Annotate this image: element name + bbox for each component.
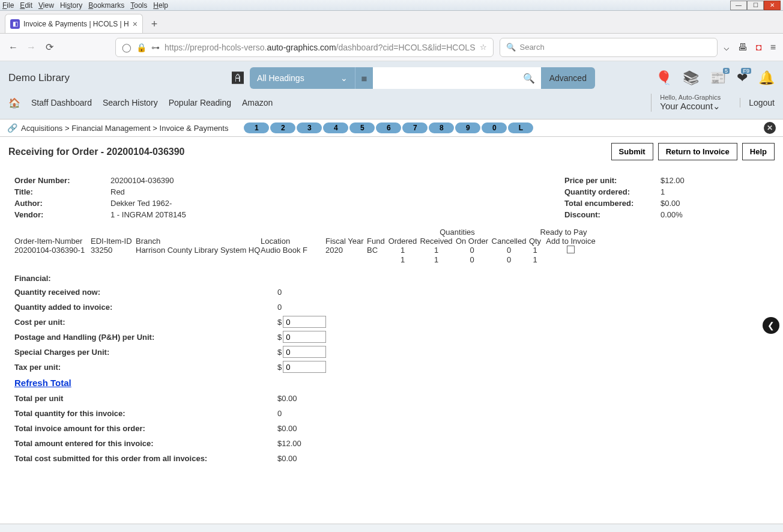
cell-order: 20200104-036390-1	[14, 246, 91, 255]
page-title: Receiving for Order - 20200104-036390	[8, 147, 185, 157]
permissions-icon: ⊶	[151, 43, 160, 52]
database-icon[interactable]: ≣	[355, 67, 373, 89]
label-cost-unit: Cost per unit:	[14, 318, 277, 327]
pocket-icon[interactable]: ◘	[756, 42, 762, 53]
cell-cancelled: 0	[490, 255, 528, 264]
cell-loc	[261, 255, 325, 264]
pill-4[interactable]: 4	[323, 122, 348, 133]
cell-loc: Audio Book F	[261, 246, 325, 255]
pill-3[interactable]: 3	[297, 122, 322, 133]
nav-search-history[interactable]: Search History	[103, 98, 158, 107]
value-title: Red	[110, 187, 125, 196]
nav-popular-reading[interactable]: Popular Reading	[169, 98, 231, 107]
cost-per-unit-input[interactable]	[283, 316, 326, 328]
translate-icon[interactable]: 🅰	[232, 71, 244, 85]
advanced-search-button[interactable]: Advanced	[541, 67, 595, 89]
financial-section: Financial: Quantity received now:0 Quant…	[0, 267, 783, 474]
menu-help[interactable]: Help	[153, 1, 168, 10]
favorites-icon[interactable]: ❤F9	[737, 70, 748, 86]
side-drawer-toggle[interactable]: ❮	[763, 317, 779, 334]
page-header: Receiving for Order - 20200104-036390 Su…	[0, 137, 783, 166]
cell-branch	[136, 255, 261, 264]
reload-button[interactable]: ⟳	[43, 41, 55, 53]
back-button[interactable]: ←	[7, 42, 19, 53]
table-row: 1 1 0 0 1	[14, 255, 769, 264]
pill-2[interactable]: 2	[270, 122, 295, 133]
browser-search[interactable]: 🔍 Search	[500, 38, 718, 57]
window-close[interactable]: ✕	[764, 1, 781, 10]
menu-edit[interactable]: Edit	[20, 1, 32, 10]
search-placeholder: Search	[519, 43, 544, 52]
pill-8[interactable]: 8	[429, 122, 454, 133]
pill-0[interactable]: 0	[482, 122, 507, 133]
balloon-icon[interactable]: 🎈	[656, 70, 672, 86]
pill-L[interactable]: L	[508, 122, 533, 133]
nav-staff-dashboard[interactable]: Staff Dashboard	[31, 98, 92, 107]
news-icon[interactable]: 📰5	[710, 70, 726, 86]
pill-6[interactable]: 6	[376, 122, 401, 133]
col-order: Order-Item-Number	[14, 237, 91, 246]
label-author: Author:	[14, 199, 110, 208]
window-maximize[interactable]: ☐	[747, 1, 764, 10]
logout-link[interactable]: Logout	[740, 98, 775, 107]
return-invoice-button[interactable]: Return to Invoice	[658, 143, 737, 160]
catalog-search-input[interactable]	[373, 67, 517, 89]
label-qty-received: Quantity received now:	[14, 288, 277, 297]
line-items-table: Quantities Ready to Pay Order-Item-Numbe…	[0, 225, 783, 267]
pill-5[interactable]: 5	[349, 122, 375, 133]
order-details: Order Number:20200104-036390 Title:Red A…	[0, 166, 783, 225]
cell-fy: 2020	[325, 246, 367, 255]
browser-tab[interactable]: ◧ Invoice & Payments | HCOLS | H ×	[5, 14, 143, 33]
pocket-save-icon[interactable]: ⌵	[724, 41, 730, 53]
pill-9[interactable]: 9	[455, 122, 480, 133]
col-edi: EDI-Item-ID	[91, 237, 136, 246]
tax-per-unit-input[interactable]	[283, 361, 326, 373]
value-qty-added: 0	[277, 303, 282, 312]
crumb-invoice[interactable]: Invoice & Payments	[160, 124, 229, 133]
help-button[interactable]: Help	[742, 143, 775, 160]
add-to-invoice-checkbox[interactable]	[567, 246, 575, 253]
ph-per-unit-input[interactable]	[283, 331, 326, 343]
value-total-inv-order: $0.00	[277, 424, 297, 433]
crumb-acquisitions[interactable]: Acquisitions	[21, 124, 62, 133]
value-order-number: 20200104-036390	[110, 176, 174, 185]
headings-select[interactable]: All Headings ⌄	[250, 67, 355, 89]
refresh-total-link[interactable]: Refresh Total	[14, 378, 71, 388]
link-icon: 🔗	[7, 123, 17, 133]
close-panel-icon[interactable]: ✕	[764, 122, 776, 134]
cell-qty: 1	[528, 255, 542, 264]
value-total-unit: $0.00	[277, 394, 297, 403]
notifications-icon[interactable]: 🔔	[758, 70, 775, 86]
submit-button[interactable]: Submit	[611, 143, 653, 160]
window-minimize[interactable]: —	[730, 1, 747, 10]
home-icon[interactable]: 🏠	[8, 97, 20, 109]
cell-edi	[91, 255, 136, 264]
cell-branch: Harrison County Library System HQ	[136, 246, 261, 255]
url-field[interactable]: ◯ 🔒 ⊶ https://preprod-hcols-verso.auto-g…	[115, 38, 494, 57]
special-per-unit-input[interactable]	[283, 346, 326, 358]
account-block[interactable]: Hello, Auto-Graphics Your Account⌄	[651, 94, 721, 112]
cell-order	[14, 255, 91, 264]
pill-7[interactable]: 7	[402, 122, 428, 133]
nav-amazon[interactable]: Amazon	[242, 98, 273, 107]
col-addinv: Add to Invoice	[542, 237, 599, 246]
label-qty-added: Quantity added to invoice:	[14, 303, 277, 312]
new-tab-button[interactable]: +	[147, 16, 163, 33]
menu-bookmarks[interactable]: Bookmarks	[88, 1, 124, 10]
catalog-search-button[interactable]: 🔍	[517, 67, 541, 89]
label-tax-unit: Tax per unit:	[14, 363, 277, 372]
browser-tabs: ◧ Invoice & Payments | HCOLS | H × +	[0, 11, 783, 34]
crumb-financial[interactable]: Financial Management	[71, 124, 151, 133]
barcode-icon[interactable]: 📚	[683, 70, 699, 86]
col-onorder: On Order	[454, 237, 490, 246]
bookmark-star-icon[interactable]: ☆	[480, 43, 487, 52]
menu-file[interactable]: File	[2, 1, 14, 10]
pill-1[interactable]: 1	[244, 122, 269, 133]
print-icon[interactable]: 🖶	[738, 42, 748, 53]
menu-tools[interactable]: Tools	[130, 1, 147, 10]
forward-button[interactable]: →	[25, 42, 37, 53]
menu-view[interactable]: View	[38, 1, 54, 10]
app-menu-icon[interactable]: ≡	[770, 42, 776, 53]
menu-history[interactable]: History	[60, 1, 82, 10]
tab-close-icon[interactable]: ×	[133, 19, 138, 29]
